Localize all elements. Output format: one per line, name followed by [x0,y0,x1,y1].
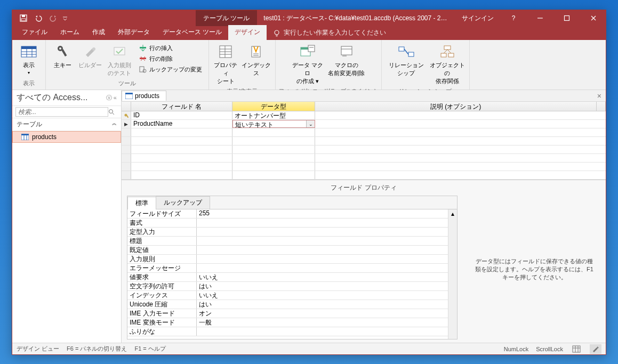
tab-lookup[interactable]: ルックアップ [156,196,210,209]
delete-rows-button[interactable]: 行の削除 [137,54,204,63]
tab-file[interactable]: ファイル [15,25,54,40]
property-value[interactable] [197,228,448,236]
row-selector[interactable] [122,154,131,162]
property-value[interactable] [197,219,448,227]
view-button[interactable]: 表示 ▾ [15,42,42,76]
description-cell[interactable] [315,128,606,136]
save-icon[interactable] [17,11,30,25]
property-row[interactable]: 既定値 [127,246,448,255]
property-value[interactable]: 255 [197,209,448,218]
row-selector[interactable] [122,137,131,145]
field-row[interactable] [122,145,606,154]
data-type-cell[interactable] [232,154,315,162]
property-row[interactable]: 空文字列の許可はい [127,282,448,291]
tell-me[interactable]: 実行したい作業を入力してください [267,26,392,40]
minimize-button[interactable] [528,10,552,26]
row-selector[interactable] [122,111,131,119]
data-type-cell[interactable]: 短いテキスト⌄ [232,120,315,128]
field-name-cell[interactable] [131,137,232,145]
data-type-cell[interactable] [232,163,315,171]
col-data-type[interactable]: データ型 [232,102,315,111]
property-value[interactable]: はい [197,282,448,290]
description-cell[interactable] [315,145,606,153]
property-value[interactable] [197,327,448,336]
property-row[interactable]: エラーメッセージ [127,264,448,273]
signin-link[interactable]: サインイン [456,14,499,23]
property-row[interactable]: インデックスいいえ [127,291,448,300]
field-name-cell[interactable] [131,154,232,162]
nav-group-tables[interactable]: テーブル [17,120,42,129]
property-row[interactable]: Unicode 圧縮はい [127,300,448,309]
property-value[interactable] [197,264,448,272]
data-type-cell[interactable] [232,145,315,153]
col-field-name[interactable]: フィールド 名 [131,102,232,111]
field-name-cell[interactable]: ID [131,111,232,119]
data-type-cell[interactable] [232,128,315,136]
document-close-button[interactable]: × [593,92,606,100]
property-row[interactable]: 標題 [127,237,448,246]
rename-delete-macro-button[interactable]: マクロの 名前変更/削除 [326,42,367,78]
field-name-cell[interactable] [131,163,232,171]
primary-key-button[interactable]: 主キー [49,42,76,70]
nav-search-input[interactable] [15,107,108,117]
description-cell[interactable] [315,163,606,171]
col-description[interactable]: 説明 (オプション) [315,102,597,111]
property-value[interactable] [197,246,448,254]
redo-icon[interactable] [46,11,60,25]
property-sheet-button[interactable]: プロパティ シート [212,42,239,86]
description-cell[interactable] [315,111,606,119]
description-cell[interactable] [315,171,606,179]
field-name-cell[interactable] [131,145,232,153]
tab-home[interactable]: ホーム [54,25,86,40]
tab-create[interactable]: 作成 [86,25,111,40]
property-value[interactable]: いいえ [197,291,448,300]
close-button[interactable] [581,10,606,26]
field-row[interactable] [122,128,606,137]
help-button[interactable]: ? [501,10,526,26]
field-row[interactable] [122,163,606,171]
property-row[interactable]: 定型入力 [127,228,448,237]
nav-group-collapse-icon[interactable]: ︽ [112,120,117,129]
description-cell[interactable] [315,120,606,128]
property-row[interactable]: IME 変換モード一般 [127,318,448,327]
property-value[interactable]: オン [197,309,448,318]
field-row[interactable]: ▶ProductName短いテキスト⌄ [122,120,606,128]
datasheet-view-button[interactable] [571,344,582,354]
row-selector[interactable]: ▶ [122,120,131,128]
insert-rows-button[interactable]: 行の挿入 [137,43,204,53]
data-type-cell[interactable]: オートナンバー型 [232,111,315,119]
property-value[interactable] [197,255,448,263]
property-row[interactable]: 入力規則 [127,255,448,264]
field-row[interactable]: IDオートナンバー型 [122,111,606,120]
nav-item-products[interactable]: products [12,131,121,143]
maximize-button[interactable] [555,10,579,26]
description-cell[interactable] [315,137,606,145]
tab-general[interactable]: 標準 [127,197,156,209]
builder-button[interactable]: ビルダー [77,42,103,70]
field-name-cell[interactable] [131,171,232,179]
nav-header-title[interactable]: すべての Access... [17,92,87,103]
qat-dropdown-icon[interactable] [61,11,69,25]
undo-icon[interactable] [31,11,45,25]
object-dependencies-button[interactable]: オブジェクトの 依存関係 [429,42,466,86]
relationships-button[interactable]: リレーションシップ [385,42,428,78]
field-row[interactable] [122,171,606,180]
design-view-button[interactable] [590,344,601,354]
modify-lookups-button[interactable]: ルックアップの変更 [137,64,204,74]
property-row[interactable]: IME 入力モードオン [127,309,448,318]
property-value[interactable]: 一般 [197,318,448,327]
property-row[interactable]: 値要求いいえ [127,273,448,282]
data-type-cell[interactable] [232,171,315,179]
properties-scrollbar[interactable]: ▴ [448,209,457,339]
field-name-cell[interactable]: ProductName [131,120,232,128]
validation-test-button[interactable]: 入力規則 のテスト [105,42,134,78]
field-properties-grid[interactable]: フィールドサイズ255書式定型入力標題既定値入力規則エラーメッセージ値要求いいえ… [127,209,448,339]
create-data-macros-button[interactable]: データ マクロ の作成 ▾ [290,42,325,86]
search-icon[interactable] [108,109,118,115]
indexes-button[interactable]: インデックス [240,42,272,78]
property-row[interactable]: フィールドサイズ255 [127,209,448,219]
description-cell[interactable] [315,154,606,162]
property-row[interactable]: ふりがな [127,327,448,336]
row-selector[interactable] [122,171,131,179]
row-selector[interactable] [122,128,131,136]
